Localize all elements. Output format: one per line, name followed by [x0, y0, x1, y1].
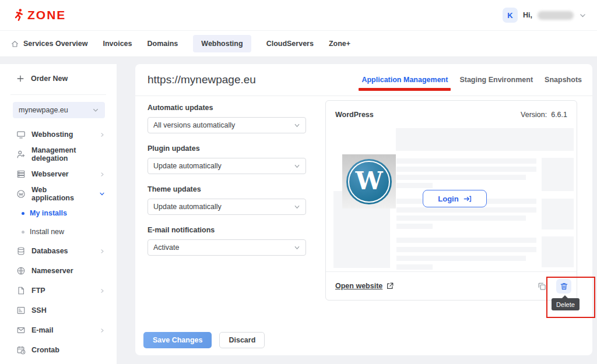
page-title: https://mynewpage.eu: [148, 73, 256, 86]
main-content-card: https://mynewpage.eu Application Managem…: [135, 64, 592, 355]
save-changes-button[interactable]: Save Changes: [143, 332, 212, 348]
sidebar-item-label: Webhosting: [31, 130, 73, 139]
delete-tooltip: Delete: [552, 298, 580, 310]
theme-updates-select[interactable]: Update automatically: [148, 199, 306, 215]
skeleton-line: [396, 264, 433, 270]
wordpress-icon: [16, 189, 26, 199]
domain-select-value: mynewpage.eu: [19, 106, 68, 114]
skeleton-line: [396, 238, 536, 243]
version-value: 6.6.1: [551, 111, 567, 119]
tab-application-management[interactable]: Application Management: [361, 76, 448, 84]
user-name-blurred: [538, 11, 574, 20]
field-email-notifications: E-mail notifications Activate: [148, 226, 306, 256]
sidebar-item-webhosting[interactable]: Webhosting: [0, 125, 117, 144]
person-plus-icon: [16, 150, 26, 159]
tab-staging-environment[interactable]: Staging Environment: [459, 76, 533, 84]
skeleton-line: [396, 224, 433, 229]
nav-item-services-overview[interactable]: Services Overview: [10, 40, 88, 48]
tab-label: Snapshots: [545, 76, 582, 84]
nav-item-invoices[interactable]: Invoices: [103, 40, 132, 48]
field-label: E-mail notifications: [148, 226, 306, 234]
order-new-button[interactable]: Order New: [16, 75, 68, 83]
chevron-right-icon: [100, 172, 105, 177]
terminal-icon: [16, 306, 26, 315]
discard-button[interactable]: Discard: [219, 332, 265, 348]
sidebar-item-databases[interactable]: Databases: [0, 241, 117, 261]
sidebar-item-web-applications[interactable]: Web applications: [0, 184, 117, 204]
select-value: Update automatically: [153, 203, 222, 211]
version-label: Version:: [521, 111, 547, 119]
tab-snapshots[interactable]: Snapshots: [545, 76, 582, 84]
sidebar-item-ssh[interactable]: SSH: [0, 301, 117, 320]
nav-item-webhosting[interactable]: Webhosting: [193, 35, 251, 52]
sidebar-item-label: Nameserver: [31, 267, 73, 275]
login-arrow-icon: [463, 195, 472, 203]
skeleton-line: [396, 167, 536, 172]
sidebar-item-label: Webserver: [31, 170, 69, 178]
skeleton-line: [396, 256, 526, 261]
sidebar-subitem-install-new[interactable]: Install new: [0, 222, 117, 241]
home-icon: [10, 40, 19, 48]
app-root: ZONE K Hi, Services Overview Invoices Do…: [0, 0, 597, 364]
domain-select[interactable]: mynewpage.eu: [13, 102, 105, 118]
sidebar-item-email[interactable]: E-mail: [0, 320, 117, 340]
sidebar-menu: Webhosting Management delegation Webserv…: [0, 125, 117, 360]
sidebar-item-crontab[interactable]: Crontab: [0, 340, 117, 360]
wordpress-logo-letter: W: [355, 167, 382, 195]
sidebar-item-label: FTP: [31, 287, 45, 295]
nav-item-cloudservers[interactable]: CloudServers: [266, 40, 314, 48]
copy-button[interactable]: [537, 281, 547, 291]
chevron-right-icon: [100, 288, 105, 294]
sidebar-item-label: Web applications: [31, 186, 87, 202]
divider: [10, 94, 106, 95]
plus-icon: [16, 75, 24, 83]
app-card-footer: Open website: [326, 271, 577, 300]
runner-icon: [10, 8, 26, 23]
sidebar-item-label: Management delegation: [31, 146, 105, 162]
nav-item-zone-plus[interactable]: Zone+: [329, 40, 350, 48]
login-button[interactable]: Login: [423, 190, 487, 207]
email-notifications-select[interactable]: Activate: [148, 239, 306, 256]
brand-logo[interactable]: ZONE: [10, 8, 66, 23]
delete-button[interactable]: [556, 279, 571, 294]
tab-label: Staging Environment: [459, 76, 533, 84]
sidebar-subitem-my-installs[interactable]: My installs: [0, 204, 117, 222]
sidebar-item-ftp[interactable]: FTP: [0, 281, 117, 301]
skeleton-line: [396, 175, 526, 180]
chevron-right-icon: [100, 328, 105, 333]
bullet-dot: [22, 231, 24, 234]
top-header: ZONE K Hi,: [0, 0, 597, 30]
nav-label: Domains: [148, 40, 178, 48]
main-nav: Services Overview Invoices Domains Webho…: [0, 30, 597, 57]
nav-label: CloudServers: [266, 40, 314, 48]
sidebar-item-management-delegation[interactable]: Management delegation: [0, 144, 117, 164]
open-website-link[interactable]: Open website: [335, 282, 394, 290]
chevron-down-icon: [294, 122, 300, 129]
login-label: Login: [438, 195, 458, 203]
tab-bar: Application Management Staging Environme…: [361, 76, 582, 84]
annotation-tab-underline: [359, 88, 451, 91]
nav-item-domains[interactable]: Domains: [148, 40, 178, 48]
chevron-right-icon: [100, 132, 105, 137]
chevron-down-icon: [579, 12, 587, 19]
chevron-down-icon: [294, 204, 300, 210]
sidebar-item-label: Crontab: [31, 346, 59, 354]
wordpress-logo-circle: W: [346, 159, 392, 204]
sidebar-item-label: SSH: [31, 306, 47, 314]
sidebar: Order New mynewpage.eu Webhosting Manage…: [0, 64, 117, 364]
content-header: https://mynewpage.eu Application Managem…: [135, 64, 592, 96]
wordpress-app-card: WordPress Version: 6.6.1: [325, 100, 577, 301]
skeleton-line: [396, 247, 536, 252]
order-new-label: Order New: [31, 75, 68, 83]
automatic-updates-select[interactable]: All versions automatically: [148, 117, 306, 133]
plugin-updates-select[interactable]: Update automatically: [148, 158, 306, 174]
user-menu[interactable]: K Hi,: [503, 8, 587, 23]
file-icon: [16, 286, 26, 295]
sidebar-item-webserver[interactable]: Webserver: [0, 164, 117, 184]
select-value: Activate: [153, 243, 179, 252]
sidebar-item-label: E-mail: [31, 326, 54, 334]
skeleton-line: [396, 183, 433, 188]
nav-label: Invoices: [103, 40, 132, 48]
sidebar-item-nameserver[interactable]: Nameserver: [0, 261, 117, 281]
field-plugin-updates: Plugin updates Update automatically: [148, 144, 306, 174]
